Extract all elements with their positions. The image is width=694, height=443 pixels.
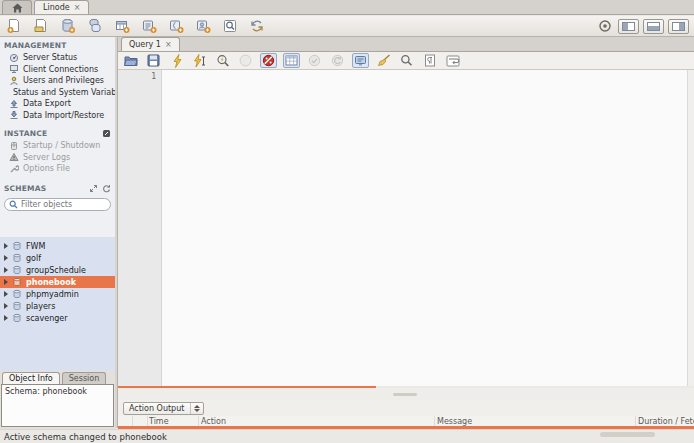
expander-icon[interactable] <box>4 279 8 285</box>
output-panel-toolbar: Action Output <box>118 400 694 416</box>
output-table-header: Time Action Message Duration / Fetch <box>118 416 694 426</box>
splitter-grip[interactable] <box>393 393 417 396</box>
open-file-icon[interactable] <box>122 53 139 68</box>
sidebar-item-users-and-privileges[interactable]: Users and Privileges <box>0 75 115 87</box>
limit-rows-icon[interactable] <box>283 53 300 68</box>
connection-tab-close-icon[interactable]: × <box>74 3 81 12</box>
status-message: Active schema changed to phonebook <box>4 432 167 442</box>
server-logs-icon <box>9 152 19 162</box>
schema-icon <box>12 241 22 251</box>
object-info-panel: Object Info Session Schema: phonebook <box>0 371 115 429</box>
schema-tree: FWM golf groupSchedule phonebook phpmyad <box>0 237 115 371</box>
toggle-bottom-panel-button[interactable] <box>643 19 664 34</box>
new-table-icon[interactable] <box>86 18 104 35</box>
expander-icon[interactable] <box>4 291 8 297</box>
schema-row-golf[interactable]: golf <box>0 252 115 264</box>
schema-filter-input[interactable] <box>21 200 105 209</box>
explain-icon[interactable] <box>214 53 231 68</box>
sidebar-item-data-import-restore[interactable]: Data Import/Restore <box>0 110 115 122</box>
expander-icon[interactable] <box>4 255 8 261</box>
sidebar-item-server-logs[interactable]: Server Logs <box>0 152 115 164</box>
expander-icon[interactable] <box>4 243 8 249</box>
sidebar-item-status-system-variables[interactable]: Status and System Variables <box>0 87 115 99</box>
sql-editor-toolbar <box>118 52 694 70</box>
toggle-right-panel-button[interactable] <box>668 19 689 34</box>
schema-row-scavenger[interactable]: scavenger <box>0 312 115 324</box>
query-tab-close-icon[interactable]: × <box>165 40 172 49</box>
horizontal-scrollbar-thumb[interactable] <box>600 432 655 437</box>
query-tab-bar: Query 1 × <box>118 37 694 52</box>
output-splitter[interactable] <box>118 388 694 400</box>
beautify-sql-icon[interactable] <box>375 53 392 68</box>
schema-row-fwm[interactable]: FWM <box>0 240 115 252</box>
window-tab-bar: Linode × <box>0 0 694 15</box>
home-icon <box>12 3 23 13</box>
reconnect-dbms-icon[interactable] <box>248 18 266 35</box>
expand-schemas-icon[interactable] <box>89 184 98 193</box>
new-schema-icon[interactable] <box>59 18 77 35</box>
find-icon[interactable] <box>398 53 415 68</box>
toggle-stop-on-error-icon[interactable] <box>260 53 277 68</box>
schema-icon <box>12 313 22 323</box>
search-settings-icon[interactable] <box>596 18 614 35</box>
instance-actions-icon[interactable] <box>102 129 111 138</box>
stop-icon[interactable] <box>237 53 254 68</box>
options-file-icon <box>9 164 19 174</box>
output-view-selector-label: Action Output <box>129 404 184 413</box>
query-tab[interactable]: Query 1 × <box>121 37 180 51</box>
connection-tab[interactable]: Linode × <box>34 0 89 14</box>
execute-icon[interactable] <box>168 53 185 68</box>
refresh-schemas-icon[interactable] <box>102 184 111 193</box>
new-user-icon[interactable] <box>194 18 212 35</box>
commit-icon[interactable] <box>306 53 323 68</box>
column-header-duration-fetch[interactable]: Duration / Fetch <box>638 417 694 426</box>
schema-row-phonebook[interactable]: phonebook <box>0 276 115 288</box>
new-function-icon[interactable] <box>167 18 185 35</box>
rollback-icon[interactable] <box>329 53 346 68</box>
new-view-icon[interactable] <box>113 18 131 35</box>
schema-row-phpmyadmin[interactable]: phpmyadmin <box>0 288 115 300</box>
instance-section-header: INSTANCE <box>0 125 115 140</box>
schemas-section-header: SCHEMAS <box>0 180 115 195</box>
execute-current-statement-icon[interactable] <box>191 53 208 68</box>
toggle-invisible-characters-icon[interactable] <box>421 53 438 68</box>
sidebar-item-startup-shutdown[interactable]: Startup / Shutdown <box>0 140 115 152</box>
schema-row-players[interactable]: players <box>0 300 115 312</box>
column-header-time[interactable]: Time <box>149 417 199 426</box>
schema-icon <box>12 289 22 299</box>
toggle-left-panel-button[interactable] <box>618 19 639 34</box>
new-procedure-icon[interactable] <box>140 18 158 35</box>
schema-icon <box>12 301 22 311</box>
selector-stepper-icon[interactable] <box>190 403 200 414</box>
schema-row-groupschedule[interactable]: groupSchedule <box>0 264 115 276</box>
line-number: 1 <box>151 72 156 81</box>
right-panel-icon <box>672 22 685 31</box>
save-icon[interactable] <box>145 53 162 68</box>
expander-icon[interactable] <box>4 303 8 309</box>
toggle-autocommit-icon[interactable] <box>352 53 369 68</box>
tab-object-info[interactable]: Object Info <box>2 372 60 384</box>
search-table-data-icon[interactable] <box>221 18 239 35</box>
expander-icon[interactable] <box>4 267 8 273</box>
tab-session[interactable]: Session <box>62 372 107 384</box>
open-sql-script-icon[interactable] <box>32 18 50 35</box>
column-header-action[interactable]: Action <box>201 417 431 426</box>
sidebar-item-data-export[interactable]: Data Export <box>0 98 115 110</box>
query-tab-label: Query 1 <box>129 40 161 49</box>
new-query-tab-icon[interactable] <box>5 18 23 35</box>
column-header-message[interactable]: Message <box>437 417 652 426</box>
output-view-selector[interactable]: Action Output <box>123 402 204 415</box>
toggle-word-wrap-icon[interactable] <box>444 53 461 68</box>
sidebar-item-server-status[interactable]: Server Status <box>0 52 115 64</box>
line-number-gutter: 1 <box>118 70 162 386</box>
home-tab[interactable] <box>2 0 32 14</box>
editor-vertical-scrollbar[interactable] <box>687 70 694 386</box>
startup-shutdown-icon <box>9 141 19 151</box>
connection-tab-label: Linode <box>43 3 70 12</box>
object-info-content: Schema: phonebook <box>1 384 114 427</box>
expander-icon[interactable] <box>4 315 8 321</box>
sidebar-item-options-file[interactable]: Options File <box>0 163 115 175</box>
sql-editor[interactable]: 1 <box>118 70 694 386</box>
sidebar-item-client-connections[interactable]: Client Connections <box>0 64 115 76</box>
left-panel-icon <box>622 22 635 31</box>
